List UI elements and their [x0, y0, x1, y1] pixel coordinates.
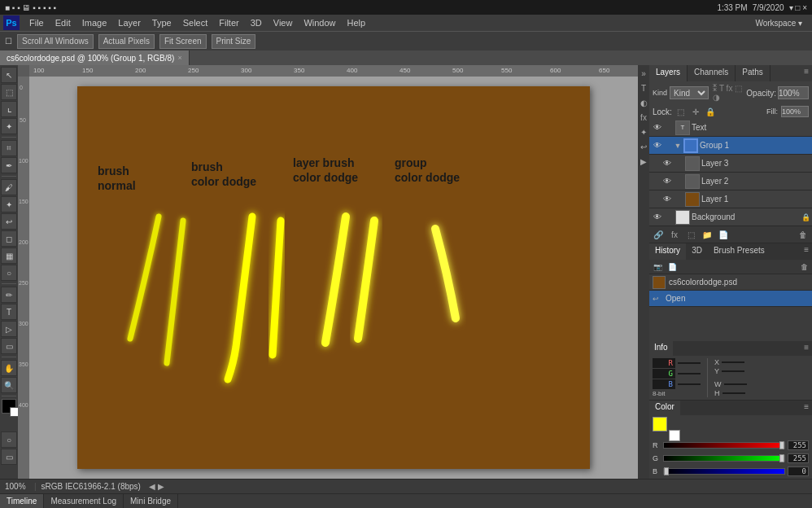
color-fg-swatch[interactable] [653, 417, 667, 431]
menu-window[interactable]: Window [299, 16, 340, 29]
menu-image[interactable]: Image [77, 16, 112, 29]
add-mask-btn[interactable]: ⬚ [683, 228, 698, 241]
zoom-tool[interactable]: 🔍 [1, 377, 17, 393]
menu-type[interactable]: Type [147, 16, 177, 29]
path-tool[interactable]: ▷ [1, 321, 17, 337]
layer-row-layer2[interactable]: 👁 Layer 2 [649, 173, 812, 190]
menu-3d[interactable]: 3D [246, 16, 267, 29]
layer-eye-layer3[interactable]: 👁 [661, 157, 674, 170]
workspace-selector[interactable]: Workspace ▾ [755, 19, 809, 28]
history-delete-btn[interactable]: 🗑 [797, 261, 810, 273]
quick-mask-btn[interactable]: ○ [1, 431, 17, 448]
shape-tool[interactable]: ▭ [1, 338, 17, 354]
brush-tool[interactable]: 🖌 [1, 179, 17, 195]
slider-b-handle[interactable] [664, 467, 669, 475]
history-new-doc-btn[interactable]: 📄 [666, 261, 679, 273]
document-tab-close[interactable]: × [177, 54, 181, 62]
tab-3d[interactable]: 3D [686, 243, 708, 260]
color-swatch-container[interactable] [653, 417, 675, 436]
crop-tool[interactable]: ⌗ [1, 140, 17, 156]
layer-eye-layer1[interactable]: 👁 [661, 193, 674, 206]
layer-eye-layer2[interactable]: 👁 [661, 175, 674, 188]
bottom-tab-mini-bridge[interactable]: Mini Bridge [124, 494, 178, 509]
strip-action-icon[interactable]: ▶ [639, 156, 648, 166]
menu-view[interactable]: View [268, 16, 298, 29]
tab-info[interactable]: Info [649, 341, 673, 356]
strip-adjust-icon[interactable]: ◐ [639, 98, 648, 107]
slider-b-track[interactable] [663, 468, 785, 475]
bottom-tab-timeline[interactable]: Timeline [0, 494, 44, 509]
screen-mode-btn[interactable]: ▭ [1, 449, 17, 465]
strip-text-icon[interactable]: T [639, 83, 648, 93]
history-snapshot-btn[interactable]: 📷 [651, 261, 664, 273]
clone-tool[interactable]: ✦ [1, 196, 17, 212]
gradient-tool[interactable]: ▦ [1, 247, 17, 264]
color-options-btn[interactable]: ≡ [801, 401, 812, 415]
strip-clone-icon[interactable]: ✦ [639, 127, 648, 137]
info-options-btn[interactable]: ≡ [801, 341, 812, 356]
menu-help[interactable]: Help [343, 16, 371, 29]
menu-file[interactable]: File [24, 16, 49, 29]
lock-position-icon[interactable]: ✛ [690, 106, 701, 117]
move-tool[interactable]: ↖ [1, 67, 17, 83]
layer-eye-group1[interactable]: 👁 [651, 139, 664, 152]
opacity-input[interactable] [778, 86, 809, 99]
layer-row-text[interactable]: 👁 T Text [649, 119, 812, 137]
actual-pixels-btn[interactable]: Actual Pixels [98, 34, 155, 49]
eraser-tool[interactable]: ◻ [1, 230, 17, 247]
layer-expand-group1[interactable]: ▼ [674, 142, 682, 150]
lock-pixels-icon[interactable]: ⬚ [675, 106, 687, 117]
tab-channels[interactable]: Channels [688, 65, 736, 81]
layer-row-layer1[interactable]: 👁 Layer 1 [649, 190, 812, 208]
fit-screen-btn[interactable]: Fit Screen [159, 34, 207, 49]
eyedropper-tool[interactable]: ✒ [1, 157, 17, 173]
delete-layer-btn[interactable]: 🗑 [796, 228, 810, 241]
window-controls[interactable]: ▾ □ × [789, 3, 807, 12]
strip-style-icon[interactable]: fx [639, 112, 648, 122]
tab-history[interactable]: History [649, 243, 686, 260]
layers-kind-select[interactable]: Kind [670, 86, 709, 99]
slider-r-handle[interactable] [779, 441, 784, 449]
pen-tool[interactable]: ✏ [1, 287, 17, 303]
history-brush-tool[interactable]: ↩ [1, 213, 17, 230]
bottom-tab-measurement[interactable]: Measurement Log [44, 494, 124, 509]
tab-color[interactable]: Color [649, 401, 680, 415]
hand-tool[interactable]: ✋ [1, 360, 17, 376]
menu-layer[interactable]: Layer [113, 16, 146, 29]
strip-history-icon[interactable]: ↩ [639, 142, 648, 151]
magic-wand-tool[interactable]: ✦ [1, 118, 17, 134]
text-tool[interactable]: T [1, 304, 17, 320]
slider-r-track[interactable] [663, 442, 785, 449]
tab-brush-presets[interactable]: Brush Presets [708, 243, 771, 260]
menu-filter[interactable]: Filter [214, 16, 243, 29]
ps-canvas[interactable]: brushnormal brushcolor dodge layer brush… [77, 86, 590, 469]
panel-options-btn[interactable]: ≡ [801, 65, 812, 81]
foreground-color[interactable] [2, 399, 16, 414]
layer-row-group1[interactable]: 👁 ▼ Group 1 [649, 137, 812, 155]
history-item-file[interactable]: cs6colordodge.psd [649, 274, 812, 291]
link-layers-btn[interactable]: 🔗 [651, 228, 666, 241]
lock-all-icon[interactable]: 🔒 [705, 106, 716, 117]
new-layer-btn[interactable]: 📄 [716, 228, 731, 241]
tab-paths[interactable]: Paths [736, 65, 771, 81]
fill-input[interactable] [781, 106, 809, 117]
color-bg-swatch[interactable] [669, 430, 680, 441]
layer-row-layer3[interactable]: 👁 Layer 3 [649, 155, 812, 173]
history-options-btn[interactable]: ≡ [801, 243, 812, 260]
marquee-tool[interactable]: ⬚ [1, 84, 17, 100]
slider-g-handle[interactable] [779, 454, 784, 462]
menu-edit[interactable]: Edit [50, 16, 76, 29]
print-size-btn[interactable]: Print Size [212, 34, 256, 49]
strip-expand-icon[interactable]: » [639, 68, 648, 78]
layer-row-background[interactable]: 👁 Background 🔒 [649, 208, 812, 226]
dodge-tool[interactable]: ○ [1, 265, 17, 281]
scroll-all-windows-btn[interactable]: Scroll All Windows [17, 34, 94, 49]
layer-eye-text[interactable]: 👁 [651, 121, 664, 134]
history-item-open[interactable]: ↩ Open [649, 291, 812, 307]
layer-eye-background[interactable]: 👁 [651, 211, 664, 224]
slider-g-track[interactable] [663, 455, 785, 462]
menu-select[interactable]: Select [178, 16, 213, 29]
add-style-btn[interactable]: fx [667, 228, 682, 241]
lasso-tool[interactable]: ʟ [1, 101, 17, 117]
tab-layers[interactable]: Layers [649, 65, 688, 81]
